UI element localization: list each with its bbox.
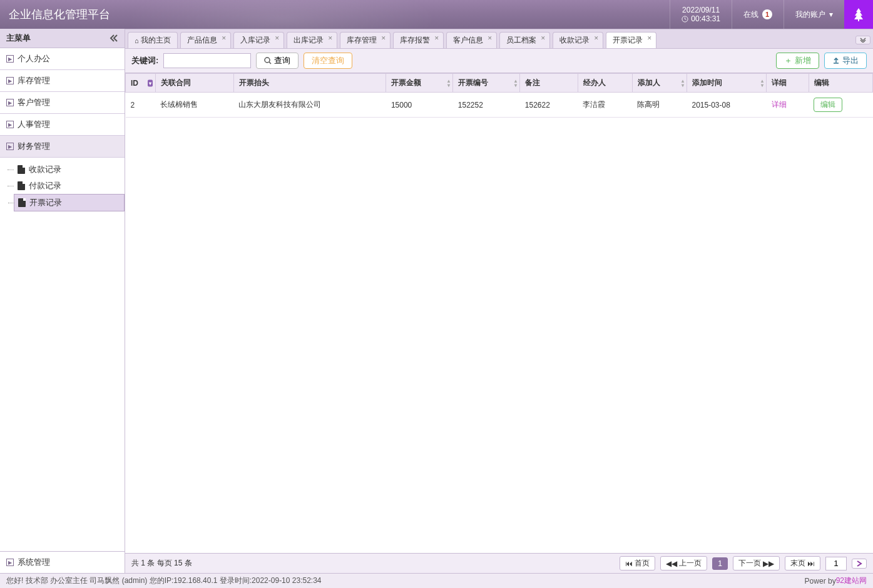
play-box-icon: ▶ [6,559,14,566]
col-title[interactable]: 开票抬头 [233,74,386,93]
tab-label: 库存报警 [400,35,430,46]
sidebar-item-personal[interactable]: ▶ 个人办公 [0,48,125,70]
pagination-bar: 共 1 条 每页 15 条 ⏮首页 ◀◀上一页 1 下一页▶▶ 末页⏭ [125,553,873,573]
export-button[interactable]: 导出 [824,53,867,69]
col-id[interactable]: ID▾ [126,74,156,93]
col-edit: 编辑 [809,74,872,93]
plus-icon: ＋ [784,55,792,66]
page-last[interactable]: 末页⏭ [785,556,820,570]
col-detail: 详细 [767,74,809,93]
sidebar-title: 主菜单 [6,33,31,44]
table-row: 2 长绒棉销售 山东大朋友科技有限公司 15000 152252 152622 … [126,93,873,118]
tab-product[interactable]: 产品信息 ✕ [180,32,231,48]
svg-point-2 [265,58,270,63]
close-icon[interactable]: ✕ [541,35,546,41]
submenu-receipt[interactable]: 收款记录 [14,161,125,178]
col-amount[interactable]: 开票金额▴▾ [386,74,453,93]
tab-emp[interactable]: 员工档案 ✕ [499,32,550,48]
sidebar-item-inventory[interactable]: ▶ 库存管理 [0,70,125,92]
sidebar-item-label: 库存管理 [18,75,50,86]
online-label: 在线 [743,9,758,20]
svg-rect-1 [858,19,859,21]
tab-alarm[interactable]: 库存报警 ✕ [393,32,444,48]
tab-in[interactable]: 入库记录 ✕ [233,32,284,48]
sidebar-item-finance[interactable]: ▶ 财务管理 [0,136,125,158]
sidebar-title-bar: 主菜单 [0,29,125,48]
play-box-icon: ▶ [6,77,14,84]
cell-adder: 陈高明 [632,93,687,118]
tabs-bar: ⌂ 我的主页 产品信息 ✕ 入库记录 ✕ 出库记录 ✕ 库存管理 ✕ 库存报警 … [125,29,873,49]
close-icon[interactable]: ✕ [594,35,599,41]
main-area: ⌂ 我的主页 产品信息 ✕ 入库记录 ✕ 出库记录 ✕ 库存管理 ✕ 库存报警 … [125,29,873,573]
tab-receipt[interactable]: 收款记录 ✕ [553,32,603,48]
powered-by-link[interactable]: 92建站网 [836,575,867,586]
tab-home[interactable]: ⌂ 我的主页 [128,32,178,48]
edit-button[interactable]: 编辑 [814,98,842,112]
close-icon[interactable]: ✕ [328,35,333,41]
cell-time: 2015-03-08 [687,93,766,118]
collapse-left-icon[interactable] [110,34,118,42]
header-account-menu[interactable]: 我的账户 ▾ [784,0,844,29]
close-icon[interactable]: ✕ [488,35,493,41]
play-box-icon: ▶ [6,99,14,106]
sidebar-item-customer[interactable]: ▶ 客户管理 [0,92,125,114]
search-toolbar: 关键词: 查询 清空查询 ＋ 新增 导出 [125,49,873,73]
page-prev[interactable]: ◀◀上一页 [660,556,707,570]
col-number[interactable]: 开票编号▴▾ [453,74,520,93]
col-time[interactable]: 添加时间▴▾ [687,74,766,93]
submenu-invoice[interactable]: 开票记录 [14,194,125,211]
page-next[interactable]: 下一页▶▶ [733,556,780,570]
online-count: 1 [762,9,772,19]
powered-by-label: Power by [805,577,836,585]
header-tree-button[interactable] [844,0,873,29]
detail-link[interactable]: 详细 [772,100,787,109]
close-icon[interactable]: ✕ [222,35,227,41]
status-bar: 您好! 技术部 办公室主任 司马飘然 (admin) 您的IP:192.168.… [0,573,873,588]
col-handler[interactable]: 经办人 [578,74,632,93]
col-contract[interactable]: 关联合同 [155,74,233,93]
header-date: 2022/09/11 [682,6,720,14]
add-button[interactable]: ＋ 新增 [776,53,819,69]
tree-icon [853,8,864,21]
cell-remark: 152622 [520,93,578,118]
tab-invoice[interactable]: 开票记录 ✕ [606,32,656,48]
svg-line-3 [269,62,271,64]
tab-cust[interactable]: 客户信息 ✕ [446,32,497,48]
page-go[interactable] [852,559,867,569]
tab-label: 我的主页 [141,35,171,46]
tabs-overflow-button[interactable] [855,36,870,44]
search-button[interactable]: 查询 [256,53,299,69]
submenu-payment[interactable]: 付款记录 [14,178,125,194]
submenu-label: 付款记录 [29,180,61,191]
cell-title: 山东大朋友科技有限公司 [233,93,386,118]
col-remark[interactable]: 备注 [520,74,578,93]
tab-label: 入库记录 [240,35,270,46]
pagination-summary: 共 1 条 每页 15 条 [131,558,192,569]
col-adder[interactable]: 添加人▴▾ [632,74,687,93]
tab-label: 员工档案 [506,35,536,46]
keyword-input[interactable] [163,53,251,68]
close-icon[interactable]: ✕ [275,35,280,41]
header-online[interactable]: 在线 1 [732,0,784,29]
clear-button-label: 清空查询 [312,55,344,66]
document-icon [18,181,25,190]
tab-label: 库存管理 [347,35,377,46]
clear-search-button[interactable]: 清空查询 [304,53,352,69]
sidebar-item-hr[interactable]: ▶ 人事管理 [0,114,125,136]
home-icon: ⌂ [135,37,139,44]
sidebar-item-system[interactable]: ▶ 系统管理 [0,551,125,573]
close-icon[interactable]: ✕ [434,35,439,41]
tab-label: 产品信息 [187,35,217,46]
close-icon[interactable]: ✕ [647,35,652,41]
data-table: ID▾ 关联合同 开票抬头 开票金额▴▾ 开票编号▴▾ 备注 经办人 添加人▴▾… [125,73,873,118]
add-button-label: 新增 [795,55,811,66]
sort-desc-icon: ▾ [148,79,153,86]
page-input[interactable] [825,557,847,570]
sort-icon: ▴▾ [447,79,450,88]
page-current[interactable]: 1 [712,557,728,570]
page-first[interactable]: ⏮首页 [620,556,655,570]
last-icon: ⏭ [807,559,815,568]
tab-stock[interactable]: 库存管理 ✕ [340,32,391,48]
tab-out[interactable]: 出库记录 ✕ [287,32,337,48]
close-icon[interactable]: ✕ [381,35,386,41]
